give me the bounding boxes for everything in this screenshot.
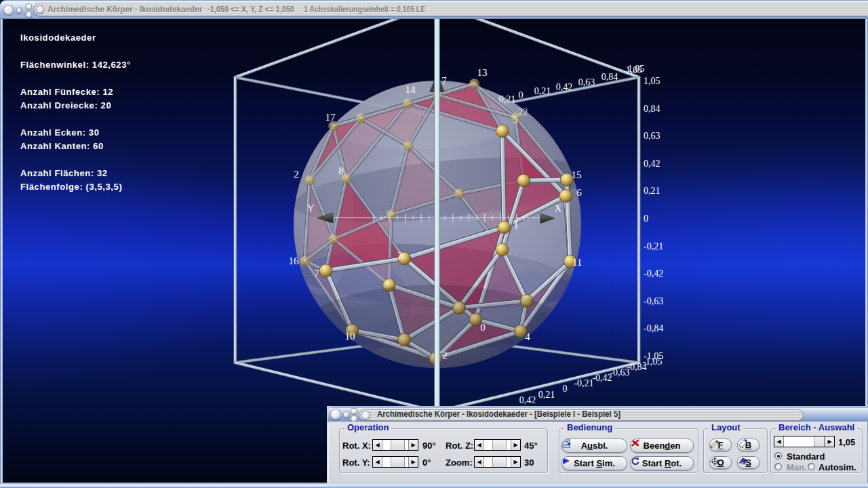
svg-text:0,42: 0,42	[556, 82, 573, 92]
svg-text:8: 8	[338, 165, 344, 176]
svg-text:0,84: 0,84	[644, 104, 660, 114]
svg-text:7: 7	[314, 268, 319, 279]
svg-text:-0,21: -0,21	[644, 241, 663, 251]
svg-text:22: 22	[518, 106, 528, 117]
svg-text:0: 0	[563, 384, 568, 394]
svg-text:0,42: 0,42	[519, 395, 536, 405]
svg-text:-1,05: -1,05	[642, 357, 662, 367]
svg-text:11: 11	[572, 257, 582, 268]
svg-text:13: 13	[477, 67, 488, 78]
svg-text:Y: Y	[307, 203, 315, 214]
svg-text:1,05: 1,05	[628, 64, 645, 74]
svg-text:16: 16	[289, 256, 300, 266]
svg-text:0,21: 0,21	[644, 186, 660, 196]
svg-text:-0,42: -0,42	[592, 373, 612, 383]
svg-text:2: 2	[294, 169, 299, 180]
svg-text:0: 0	[480, 322, 486, 333]
svg-text:0,63: 0,63	[578, 77, 595, 87]
svg-text:17: 17	[326, 112, 336, 123]
svg-text:0,21: 0,21	[538, 390, 555, 400]
svg-text:X: X	[555, 203, 562, 214]
svg-text:-0,21: -0,21	[574, 378, 593, 388]
svg-text:0,21: 0,21	[534, 86, 551, 96]
svg-text:0,42: 0,42	[644, 159, 660, 169]
svg-text:0: 0	[519, 90, 524, 100]
svg-text:1,05: 1,05	[644, 76, 660, 86]
svg-text:4: 4	[525, 331, 530, 342]
svg-text:-0,84: -0,84	[644, 323, 663, 333]
svg-text:6: 6	[576, 187, 582, 198]
svg-text:1: 1	[513, 220, 519, 230]
svg-text:-0,42: -0,42	[644, 268, 663, 279]
svg-text:0: 0	[644, 214, 648, 224]
svg-text:0,84: 0,84	[601, 72, 618, 82]
svg-text:2: 2	[442, 350, 448, 361]
svg-text:15: 15	[572, 169, 582, 180]
svg-text:10: 10	[345, 331, 355, 342]
svg-text:-0,63: -0,63	[644, 296, 663, 306]
svg-text:0,21: 0,21	[499, 94, 516, 104]
svg-text:14: 14	[406, 84, 416, 95]
svg-text:0,63: 0,63	[644, 131, 660, 141]
svg-text:2: 2	[397, 250, 403, 261]
svg-text:7: 7	[441, 75, 447, 86]
